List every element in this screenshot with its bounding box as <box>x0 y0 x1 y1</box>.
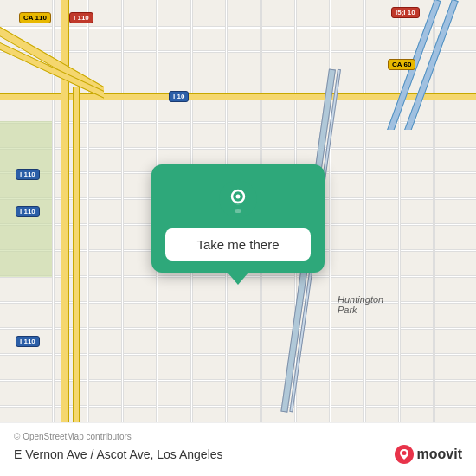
moovit-pin-icon <box>395 445 414 464</box>
moovit-brand-text: moovit <box>417 447 462 462</box>
moovit-logo: moovit <box>395 445 462 464</box>
shield-i5-i10: I5;I 10 <box>391 7 420 18</box>
take-me-there-button[interactable]: Take me there <box>165 228 311 261</box>
svg-point-3 <box>235 209 241 213</box>
shield-ca110: CA 110 <box>19 12 51 23</box>
shield-i110-bot: I 110 <box>16 336 40 347</box>
location-pin-icon <box>219 180 257 218</box>
shield-ca60: CA 60 <box>388 59 415 70</box>
shield-i110-mid2: I 110 <box>16 206 40 217</box>
popup-card: Take me there <box>151 164 325 273</box>
location-label: E Vernon Ave / Ascot Ave, Los Angeles mo… <box>14 445 462 464</box>
map-attribution: © OpenStreetMap contributors <box>14 432 462 441</box>
shield-i110-mid1: I 110 <box>16 169 40 180</box>
shield-i110-top: I 110 <box>69 12 93 23</box>
map-container: HuntingtonPark CA 110 I 110 I5;I 10 CA 6… <box>0 0 476 476</box>
svg-point-5 <box>402 451 406 455</box>
bottom-bar: © OpenStreetMap contributors E Vernon Av… <box>0 422 476 476</box>
shield-i10: I 10 <box>169 91 189 102</box>
svg-point-2 <box>236 195 241 199</box>
